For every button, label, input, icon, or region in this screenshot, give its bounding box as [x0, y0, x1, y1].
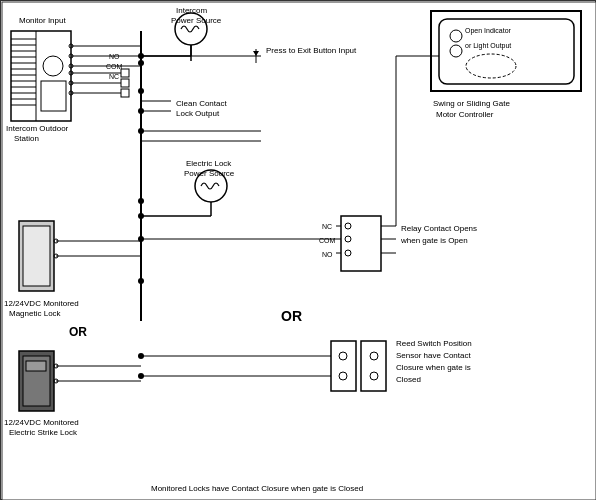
elec-lock-power-label: Electric Lock	[186, 159, 232, 168]
svg-text:COM: COM	[319, 237, 336, 244]
intercom-power-label: Intercom	[176, 6, 207, 15]
magnetic-lock-label2: Magnetic Lock	[9, 309, 62, 318]
electric-strike-label2: Electric Strike Lock	[9, 428, 78, 437]
or-label-2: OR	[281, 308, 302, 324]
reed-switch-label3: Closure when gate is	[396, 363, 471, 372]
svg-point-20	[138, 60, 144, 66]
svg-point-83	[138, 236, 144, 242]
svg-point-93	[138, 373, 144, 379]
svg-text:NO: NO	[109, 53, 120, 60]
svg-text:Open Indicator: Open Indicator	[465, 27, 512, 35]
motor-controller-label2: Motor Controller	[436, 110, 494, 119]
svg-rect-64	[26, 361, 46, 371]
electric-strike-label: 12/24VDC Monitored	[4, 418, 79, 427]
magnetic-lock-label: 12/24VDC Monitored	[4, 299, 79, 308]
reed-switch-label4: Closed	[396, 375, 421, 384]
wiring-diagram: Monitor Input Intercom Outdoor Station I…	[0, 0, 596, 500]
svg-point-25	[138, 278, 144, 284]
svg-text:or Light Output: or Light Output	[465, 42, 511, 50]
motor-controller-label: Swing or Sliding Gate	[433, 99, 510, 108]
svg-point-92	[138, 353, 144, 359]
clean-contact-label2: Lock Output	[176, 109, 220, 118]
svg-point-55	[138, 213, 144, 219]
intercom-outdoor-label2: Station	[14, 134, 39, 143]
press-exit-label: Press to Exit Button Input	[266, 46, 357, 55]
svg-text:NC: NC	[109, 73, 119, 80]
svg-text:COM: COM	[106, 63, 123, 70]
svg-point-24	[138, 198, 144, 204]
reed-switch-label2: Sensor have Contact	[396, 351, 471, 360]
clean-contact-label: Clean Contact	[176, 99, 227, 108]
svg-text:NO: NO	[322, 251, 333, 258]
footer-label: Monitored Locks have Contact Closure whe…	[151, 484, 363, 493]
svg-rect-57	[23, 226, 50, 286]
svg-point-49	[138, 53, 144, 59]
reed-switch-label: Reed Switch Position	[396, 339, 472, 348]
monitor-input-label: Monitor Input	[19, 16, 66, 25]
relay-contact-label: Relay Contact Opens	[401, 224, 477, 233]
svg-point-21	[138, 88, 144, 94]
or-label-1: OR	[69, 325, 87, 339]
elec-lock-power-label2: Power Source	[184, 169, 235, 178]
relay-contact-label2: when gate is Open	[400, 236, 468, 245]
intercom-power-label2: Power Source	[171, 16, 222, 25]
svg-text:NC: NC	[322, 223, 332, 230]
intercom-outdoor-label: Intercom Outdoor	[6, 124, 69, 133]
